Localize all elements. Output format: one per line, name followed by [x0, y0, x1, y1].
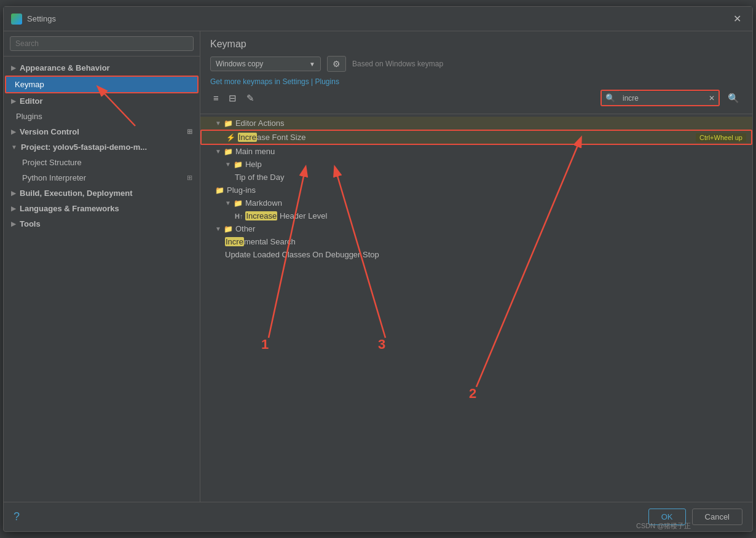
gear-button[interactable]: ⚙	[327, 56, 346, 72]
folder-icon: 📁	[224, 225, 233, 233]
expand-icon: ▼	[225, 200, 231, 206]
search-mode-button[interactable]: 🔍	[725, 91, 742, 106]
chevron-icon: ▶	[11, 64, 16, 71]
expand-icon: ▼	[215, 120, 221, 127]
tree-item-main-menu[interactable]: ▼ 📁 Main menu	[200, 145, 752, 158]
sidebar-search-container	[4, 31, 200, 57]
sidebar-item-label: Editor	[20, 96, 43, 106]
sidebar-item-label: Project Structure	[22, 158, 82, 167]
folder-icon: 📁	[215, 186, 224, 195]
window-title: Settings	[27, 14, 730, 23]
tree-item-editor-actions[interactable]: ▼ 📁 Editor Actions	[200, 117, 752, 130]
expand-icon: ▼	[215, 148, 221, 155]
ok-button[interactable]: OK	[648, 509, 686, 525]
help-button[interactable]: ?	[14, 510, 20, 523]
shortcut-badge: Ctrl+Wheel up	[696, 133, 746, 142]
tree-item-label: Other	[235, 224, 256, 233]
sidebar-item-label: Version Control	[20, 127, 79, 136]
keymap-search-input[interactable]	[619, 92, 705, 105]
chevron-down-icon: ▼	[309, 61, 315, 68]
panel-header: Keymap Windows copy ▼ ⚙ Based on Windows…	[200, 31, 752, 114]
keymap-dropdown-value: Windows copy	[216, 60, 263, 68]
sidebar-item-label: Appearance & Behavior	[20, 63, 110, 72]
sidebar-nav: ▶ Appearance & Behavior Keymap ▶ Editor …	[4, 57, 200, 502]
action-icon: ⚡	[226, 133, 235, 142]
keymap-search-container: 🔍 ✕	[600, 90, 720, 106]
tree-item-label: Update Loaded Classes On Debugger Stop	[225, 250, 379, 259]
tree-item-label: Increase Font Size	[238, 133, 305, 142]
main-panel: Keymap Windows copy ▼ ⚙ Based on Windows…	[200, 31, 752, 502]
chevron-icon: ▶	[11, 205, 16, 212]
tree-item-label: Incremental Search	[225, 237, 296, 246]
tree-item-help[interactable]: ▼ 📁 Help	[200, 158, 752, 171]
tree-item-label: Editor Actions	[235, 119, 285, 128]
sidebar-item-project[interactable]: ▼ Project: yolov5-fastapi-demo-m...	[4, 139, 200, 155]
app-logo	[11, 14, 22, 25]
edit-button[interactable]: ✎	[243, 91, 258, 106]
sidebar-item-python-interpreter[interactable]: Python Interpreter ⊞	[4, 170, 200, 185]
tree-item-tip-of-day[interactable]: Tip of the Day	[200, 171, 752, 184]
tree-item-label: Markdown	[245, 198, 282, 208]
based-on-text: Based on Windows keymap	[352, 60, 443, 68]
sidebar-item-label: Tools	[20, 219, 41, 228]
sidebar-item-label: Keymap	[10, 78, 194, 91]
tree-item-incremental-search[interactable]: Incremental Search	[200, 235, 752, 248]
sidebar-search-input[interactable]	[10, 36, 194, 51]
chevron-icon: ▶	[11, 98, 16, 104]
sidebar-item-languages[interactable]: ▶ Languages & Frameworks	[4, 201, 200, 216]
sidebar-item-label: Plugins	[16, 112, 42, 121]
chevron-icon: ▶	[11, 128, 16, 135]
title-bar: Settings ✕	[4, 7, 752, 31]
bottom-bar: ? OK Cancel	[4, 502, 752, 531]
get-more-link[interactable]: Get more keymaps in Settings | Plugins	[210, 77, 339, 86]
sort-button[interactable]: ≡	[210, 91, 222, 105]
search-icon: 🔍	[602, 91, 619, 105]
chevron-icon: ▶	[11, 220, 16, 227]
keymap-controls: Windows copy ▼ ⚙ Based on Windows keymap	[210, 56, 742, 72]
sidebar-item-label: Python Interpreter	[22, 173, 86, 182]
tree-item-increase-font-size[interactable]: ⚡ Increase Font Size Ctrl+Wheel up	[200, 130, 752, 145]
sidebar-item-editor[interactable]: ▶ Editor	[4, 93, 200, 109]
search-clear-button[interactable]: ✕	[705, 92, 719, 105]
tree-item-label: Increase Header Level	[245, 211, 327, 220]
sidebar-item-build[interactable]: ▶ Build, Execution, Deployment	[4, 185, 200, 201]
tree-item-other[interactable]: ▼ 📁 Other	[200, 222, 752, 235]
tree-item-increase-header[interactable]: H↑ Increase Header Level	[200, 209, 752, 222]
tree-container: ▼ 📁 Editor Actions ⚡ Increase Font Size …	[200, 114, 752, 502]
sidebar-item-keymap[interactable]: Keymap	[5, 76, 199, 93]
tree-item-update-loaded[interactable]: Update Loaded Classes On Debugger Stop	[200, 248, 752, 261]
folder-icon: 📁	[224, 119, 233, 128]
tree-item-label: Plug-ins	[227, 185, 256, 195]
sidebar-item-appearance[interactable]: ▶ Appearance & Behavior	[4, 60, 200, 76]
get-more-link-container: Get more keymaps in Settings | Plugins	[210, 77, 742, 86]
tree-item-label: Main menu	[235, 147, 275, 156]
tree-item-plug-ins[interactable]: 📁 Plug-ins	[200, 184, 752, 197]
tree-item-markdown[interactable]: ▼ 📁 Markdown	[200, 197, 752, 209]
sidebar: ▶ Appearance & Behavior Keymap ▶ Editor …	[4, 31, 200, 502]
sidebar-item-tools[interactable]: ▶ Tools	[4, 216, 200, 232]
sidebar-item-label: Project: yolov5-fastapi-demo-m...	[21, 142, 147, 152]
chevron-down-icon: ▼	[11, 144, 17, 150]
sidebar-item-project-structure[interactable]: Project Structure	[4, 155, 200, 170]
folder-icon: 📁	[234, 199, 243, 208]
panel-title: Keymap	[210, 39, 742, 50]
expand-icon: ▼	[225, 161, 231, 168]
h1-icon: H↑	[235, 212, 243, 220]
tree-item-label: Tip of the Day	[235, 173, 284, 182]
sidebar-item-label: Languages & Frameworks	[20, 204, 119, 213]
sidebar-item-version-control[interactable]: ▶ Version Control ⊞	[4, 124, 200, 139]
sidebar-item-plugins[interactable]: Plugins	[4, 109, 200, 124]
folder-icon: 📁	[224, 147, 233, 156]
close-button[interactable]: ✕	[730, 12, 745, 26]
chevron-icon: ▶	[11, 190, 16, 197]
tree-item-label: Help	[245, 160, 262, 169]
folder-icon: 📁	[234, 160, 243, 169]
toolbar-row: ≡ ⊟ ✎ 🔍 ✕ 🔍	[210, 86, 742, 109]
filter-button[interactable]: ⊟	[226, 91, 240, 106]
sidebar-item-label: Build, Execution, Deployment	[20, 189, 132, 198]
keymap-dropdown[interactable]: Windows copy ▼	[210, 57, 321, 71]
cancel-button[interactable]: Cancel	[692, 509, 742, 525]
expand-icon: ▼	[215, 225, 221, 232]
